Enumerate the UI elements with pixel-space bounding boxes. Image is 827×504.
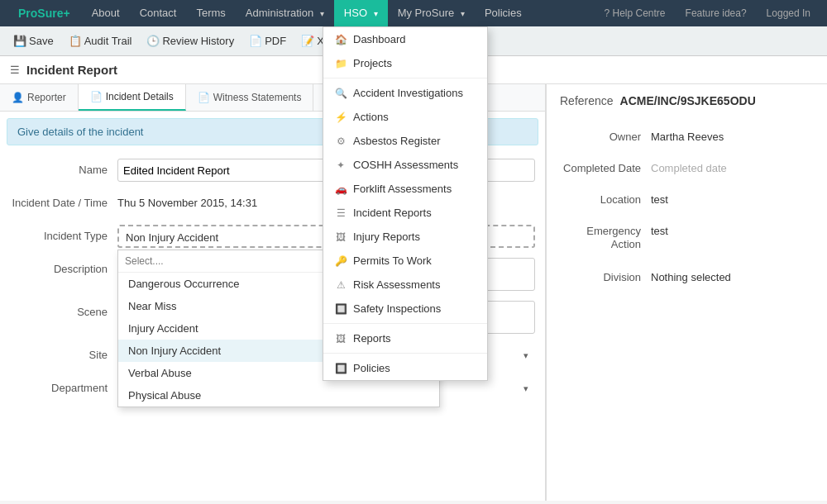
menu-separator-2 <box>323 323 487 324</box>
menu-item-policies[interactable]: 🔲 Policies <box>323 356 487 380</box>
option-physical[interactable]: Physical Abuse <box>118 384 439 407</box>
nav-policies[interactable]: Policies <box>475 0 532 26</box>
menu-item-accident-investigations[interactable]: 🔍 Accident Investigations <box>323 81 487 105</box>
owner-row: Owner Martha Reeves <box>560 127 814 147</box>
menu-item-risk[interactable]: ⚠ Risk Assessments <box>323 273 487 297</box>
reports-icon: 🖼 <box>335 333 347 345</box>
chevron-down-icon: ▾ <box>374 9 378 18</box>
menu-item-projects[interactable]: 📁 Projects <box>323 51 487 75</box>
nav-myprosure[interactable]: My ProSure ▾ <box>388 0 475 26</box>
menu-item-asbestos[interactable]: ⚙ Asbestos Register <box>323 129 487 153</box>
warning-icon: ⚠ <box>335 279 347 291</box>
site-label: Site <box>10 344 117 367</box>
menu-item-injury-reports[interactable]: 🖼 Injury Reports <box>323 225 487 249</box>
owner-label: Owner <box>560 127 651 147</box>
hso-dropdown-menu: 🏠 Dashboard 📁 Projects 🔍 Accident Invest… <box>323 26 488 381</box>
reporter-icon: 👤 <box>12 92 24 103</box>
incident-icon: 📄 <box>90 91 103 102</box>
emergency-row: Emergency Action test <box>560 221 814 251</box>
tab-incident-details[interactable]: 📄 Incident Details <box>79 84 186 111</box>
witness-icon: 📄 <box>198 92 210 103</box>
ref-value: ACME/INC/9SJKE65ODU <box>620 94 756 107</box>
location-row: Location test <box>560 190 814 210</box>
audit-trail-button[interactable]: 📋 Audit Trail <box>64 33 137 49</box>
diamond-icon: ✦ <box>335 159 347 171</box>
chevron-down-icon: ▾ <box>523 350 528 361</box>
emergency-label: Emergency Action <box>560 221 651 251</box>
page-title-icon: ☰ <box>10 64 20 76</box>
location-value: test <box>651 190 814 210</box>
chevron-down-icon: ▾ <box>320 9 324 18</box>
completed-row: Completed Date Completed date <box>560 159 814 178</box>
nav-about[interactable]: About <box>82 0 130 26</box>
menu-item-reports[interactable]: 🖼 Reports <box>323 326 487 350</box>
lightning-icon: ⚡ <box>335 112 347 123</box>
name-label: Name <box>10 159 117 182</box>
safety-icon: 🔲 <box>335 303 347 315</box>
type-label: Incident Type <box>10 225 117 248</box>
division-row: Division Nothing selected <box>560 268 814 288</box>
menu-separator-3 <box>323 353 487 354</box>
chevron-down-icon: ▾ <box>461 9 465 18</box>
emergency-value: test <box>651 221 814 241</box>
date-label: Incident Date / Time <box>10 192 117 210</box>
menu-item-dashboard[interactable]: 🏠 Dashboard <box>323 27 487 51</box>
injury-icon: 🖼 <box>335 231 347 243</box>
feature-idea-link[interactable]: Feature idea? <box>676 0 757 26</box>
chevron-down-icon: ▾ <box>523 383 528 394</box>
description-label: Description <box>10 258 117 281</box>
menu-item-safety[interactable]: 🔲 Safety Inspections <box>323 297 487 321</box>
help-centre-link[interactable]: ? Help Centre <box>595 0 676 26</box>
completed-value: Completed date <box>651 159 814 178</box>
division-value: Nothing selected <box>651 268 814 288</box>
nav-administration[interactable]: Administration ▾ <box>236 0 334 26</box>
register-icon: ⚙ <box>335 136 347 147</box>
division-label: Division <box>560 268 651 288</box>
completed-label: Completed Date <box>560 159 651 178</box>
xml-icon: 📝 <box>301 35 314 47</box>
save-icon: 💾 <box>13 35 26 47</box>
menu-item-actions[interactable]: ⚡ Actions <box>323 105 487 129</box>
pdf-button[interactable]: 📄 PDF <box>244 33 291 49</box>
nav-contact[interactable]: Contact <box>130 0 187 26</box>
owner-value: Martha Reeves <box>651 127 814 147</box>
menu-item-incident-reports[interactable]: ☰ Incident Reports <box>323 201 487 225</box>
top-navigation: ProSure+ About Contact Terms Administrat… <box>0 0 827 26</box>
right-panel: Reference ACME/INC/9SJKE65ODU Owner Mart… <box>546 84 827 501</box>
menu-item-permits[interactable]: 🔑 Permits To Work <box>323 249 487 273</box>
menu-separator <box>323 78 487 78</box>
logged-in-label: Logged In <box>757 0 820 26</box>
tab-reporter[interactable]: 👤 Reporter <box>0 84 79 111</box>
department-label: Department <box>10 377 117 400</box>
scene-label: Scene <box>10 301 117 324</box>
brand-logo[interactable]: ProSure+ <box>7 0 82 26</box>
tab-witness-statements[interactable]: 📄 Witness Statements <box>186 84 314 111</box>
reference-header: Reference ACME/INC/9SJKE65ODU <box>560 94 814 114</box>
menu-item-forklift[interactable]: 🚗 Forklift Assessments <box>323 177 487 201</box>
nav-right: ? Help Centre Feature idea? Logged In <box>595 0 821 26</box>
nav-terms[interactable]: Terms <box>186 0 235 26</box>
home-icon: 🏠 <box>335 34 347 45</box>
pdf-icon: 📄 <box>249 35 262 47</box>
review-history-button[interactable]: 🕒 Review History <box>141 33 239 49</box>
audit-icon: 📋 <box>69 35 82 47</box>
list-icon: ☰ <box>335 207 347 219</box>
search-icon: 🔍 <box>335 88 347 99</box>
page-title: Incident Report <box>26 63 117 77</box>
folder-icon: 📁 <box>335 58 347 69</box>
forklift-icon: 🚗 <box>335 183 347 195</box>
menu-item-coshh[interactable]: ✦ COSHH Assessments <box>323 153 487 177</box>
save-button[interactable]: 💾 Save <box>8 33 59 49</box>
key-icon: 🔑 <box>335 255 347 267</box>
policies-icon: 🔲 <box>335 363 347 374</box>
location-label: Location <box>560 190 651 210</box>
nav-hso[interactable]: HSO ▾ <box>334 0 388 26</box>
ref-label: Reference <box>560 94 614 107</box>
history-icon: 🕒 <box>146 35 160 47</box>
